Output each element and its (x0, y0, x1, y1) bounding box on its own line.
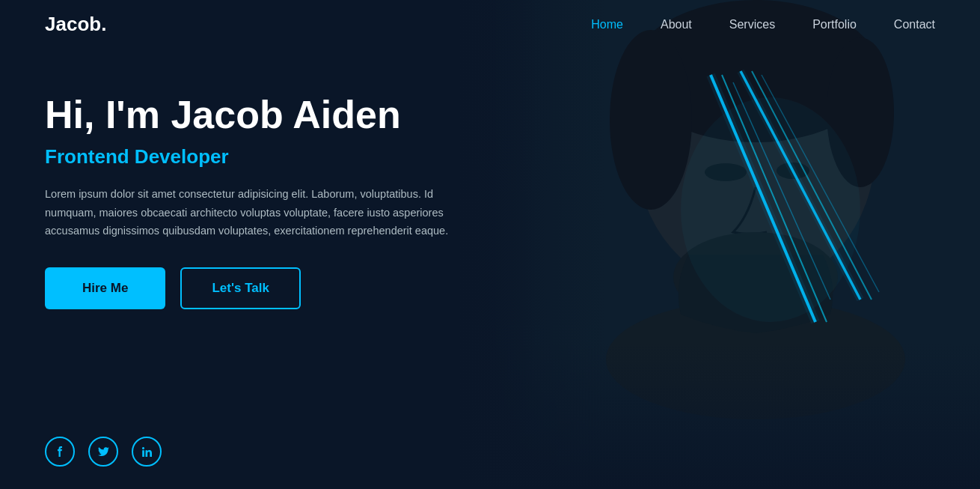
hire-me-button[interactable]: Hire Me (45, 267, 165, 309)
nav-item-about[interactable]: About (661, 18, 692, 31)
nav-item-portfolio[interactable]: Portfolio (812, 18, 857, 31)
linkedin-link[interactable] (132, 437, 162, 467)
facebook-link[interactable] (45, 437, 75, 467)
navbar: Jacob. Home About Services Portfolio Con… (0, 0, 980, 49)
hero-section: Hi, I'm Jacob Aiden Frontend Developer L… (0, 49, 584, 309)
nav-menu: Home About Services Portfolio Contact (591, 18, 935, 31)
nav-link-home[interactable]: Home (591, 18, 623, 31)
nav-link-services[interactable]: Services (729, 18, 775, 31)
nav-item-home[interactable]: Home (591, 18, 623, 31)
twitter-link[interactable] (88, 437, 118, 467)
site-logo[interactable]: Jacob. (45, 13, 106, 36)
nav-link-contact[interactable]: Contact (894, 18, 935, 31)
nav-link-about[interactable]: About (661, 18, 692, 31)
facebook-icon (55, 446, 65, 457)
hero-description: Lorem ipsum dolor sit amet consectetur a… (45, 185, 486, 240)
hero-buttons: Hire Me Let's Talk (45, 267, 539, 309)
nav-link-portfolio[interactable]: Portfolio (812, 18, 857, 31)
nav-item-services[interactable]: Services (729, 18, 775, 31)
twitter-icon (98, 447, 109, 457)
social-links (45, 437, 162, 467)
hero-title: Hi, I'm Jacob Aiden (45, 94, 539, 136)
hero-subtitle: Frontend Developer (45, 145, 539, 168)
lets-talk-button[interactable]: Let's Talk (180, 267, 300, 309)
nav-item-contact[interactable]: Contact (894, 18, 935, 31)
linkedin-icon (142, 447, 152, 457)
